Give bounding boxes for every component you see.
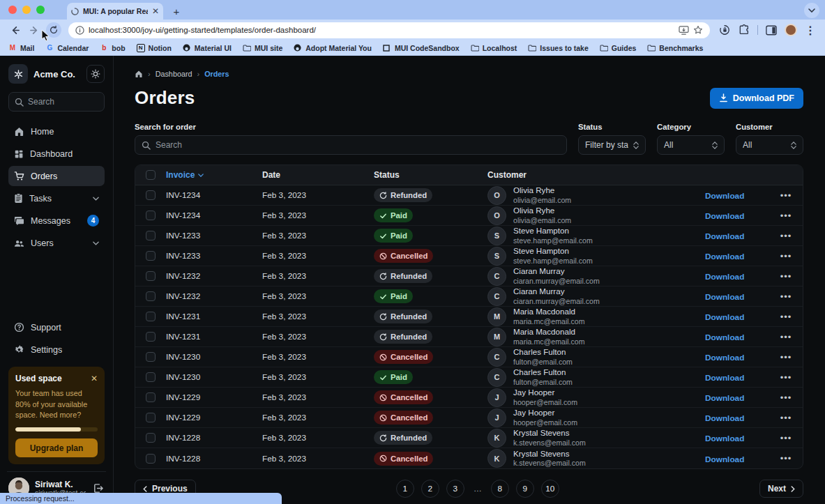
sidebar-item-dashboard[interactable]: Dashboard [8,144,105,164]
new-tab-button[interactable]: + [169,3,184,19]
download-link[interactable]: Download [705,455,744,464]
download-link[interactable]: Download [705,191,744,201]
row-menu-icon[interactable]: ••• [780,392,792,403]
row-checkbox[interactable] [146,231,156,240]
page-button[interactable]: 10 [541,480,559,498]
close-icon[interactable]: ✕ [91,374,98,383]
browser-tab[interactable]: MUI: A popular React UI fram ✕ [67,3,163,20]
row-menu-icon[interactable]: ••• [780,352,792,362]
bookmark-mui-site[interactable]: MUI site [243,44,282,52]
bookmark-mail[interactable]: MMail [8,44,34,52]
download-link[interactable]: Download [705,333,744,342]
bookmark-benchmarks[interactable]: Benchmarks [647,44,703,52]
breadcrumb-dashboard[interactable]: Dashboard [156,70,192,78]
row-menu-icon[interactable]: ••• [780,433,792,443]
acme-logo[interactable] [8,64,28,84]
page-button[interactable]: 3 [446,480,464,498]
status-filter-select[interactable]: Filter by status [578,135,646,155]
row-checkbox[interactable] [146,211,156,220]
row-menu-icon[interactable]: ••• [780,291,792,302]
download-link[interactable]: Download [705,252,744,261]
tab-search-chevron-icon[interactable] [804,3,819,18]
row-menu-icon[interactable]: ••• [780,231,792,241]
row-menu-icon[interactable]: ••• [780,312,792,322]
row-menu-icon[interactable]: ••• [780,211,792,221]
upgrade-plan-button[interactable]: Upgrade plan [15,438,98,457]
download-pdf-button[interactable]: Download PDF [710,88,803,109]
sidebar-search-input[interactable] [28,97,98,107]
page-button[interactable]: 2 [421,480,439,498]
row-checkbox[interactable] [146,372,156,382]
download-link[interactable]: Download [705,393,744,403]
download-link[interactable]: Download [705,373,744,383]
select-all-checkbox[interactable] [146,170,156,180]
browser-menu-icon[interactable]: ⋮ [803,22,818,38]
extensions-icon[interactable] [736,22,752,38]
download-link[interactable]: Download [705,211,744,221]
bookmark-bob[interactable]: bbob [100,44,125,52]
bookmark-notion[interactable]: NNotion [137,44,172,52]
bookmark-star-icon[interactable] [693,25,703,35]
sidebar-item-home[interactable]: Home [8,121,105,142]
install-app-icon[interactable] [679,26,689,35]
tab-close-icon[interactable]: ✕ [152,7,159,15]
sidebar-item-tasks[interactable]: Tasks [8,188,105,208]
row-menu-icon[interactable]: ••• [780,271,792,282]
bookmark-guides[interactable]: Guides [600,44,637,52]
close-window-button[interactable] [8,6,17,14]
row-checkbox[interactable] [146,433,156,443]
sidebar-item-orders[interactable]: Orders [8,166,105,186]
breadcrumb-home-icon[interactable] [135,70,143,78]
category-filter-select[interactable]: All [657,135,725,155]
page-button[interactable]: 9 [516,480,534,498]
bookmark-adopt-material-you[interactable]: Adopt Material You [294,44,372,52]
row-menu-icon[interactable]: ••• [780,372,792,383]
row-checkbox[interactable] [146,271,156,281]
minimize-window-button[interactable] [22,6,31,14]
sidebar-item-users[interactable]: Users [8,233,105,253]
sidebar-search[interactable] [8,92,105,112]
sidebar-item-messages[interactable]: Messages 4 [8,211,105,231]
bookmark-material-ui[interactable]: Material UI [183,44,232,52]
theme-toggle-button[interactable] [86,65,105,83]
url-text[interactable]: localhost:3000/joy-ui/getting-started/te… [89,26,674,34]
download-link[interactable]: Download [705,353,744,362]
profile-avatar[interactable] [783,22,798,38]
row-checkbox[interactable] [146,454,156,464]
download-link[interactable]: Download [705,434,744,443]
next-page-button[interactable]: Next [759,480,803,498]
order-search-input[interactable] [156,140,560,150]
url-bar[interactable]: localhost:3000/joy-ui/getting-started/te… [68,22,710,38]
row-menu-icon[interactable]: ••• [780,251,792,261]
page-button[interactable]: 1 [396,480,414,498]
download-link[interactable]: Download [705,272,744,282]
download-link[interactable]: Download [705,312,744,322]
back-icon[interactable] [7,22,22,38]
sidebar-item-settings[interactable]: Settings [8,339,105,360]
maximize-window-button[interactable] [36,6,45,14]
download-link[interactable]: Download [705,231,744,241]
download-link[interactable]: Download [705,413,744,423]
row-checkbox[interactable] [146,392,156,402]
bookmark-issues-to-take[interactable]: Issues to take [528,44,588,52]
forward-icon[interactable] [27,22,42,38]
bookmark-localhost[interactable]: Localhost [471,44,517,52]
site-info-icon[interactable] [75,26,84,35]
row-checkbox[interactable] [146,352,156,362]
row-menu-icon[interactable]: ••• [780,190,792,201]
row-checkbox[interactable] [146,291,156,301]
row-checkbox[interactable] [146,190,156,200]
column-invoice[interactable]: Invoice [166,170,262,180]
row-checkbox[interactable] [146,251,156,261]
download-link[interactable]: Download [705,292,744,302]
row-checkbox[interactable] [146,332,156,342]
sidebar-item-support[interactable]: Support [8,317,105,337]
page-button[interactable]: 8 [491,480,509,498]
bookmark-calendar[interactable]: GCalendar [45,44,89,52]
order-search[interactable] [135,135,567,155]
row-menu-icon[interactable]: ••• [780,332,792,342]
row-checkbox[interactable] [146,413,156,422]
bookmark-mui-codesandbox[interactable]: MUI CodeSandbox [383,44,460,52]
row-menu-icon[interactable]: ••• [780,453,792,464]
side-panel-icon[interactable] [764,22,779,38]
